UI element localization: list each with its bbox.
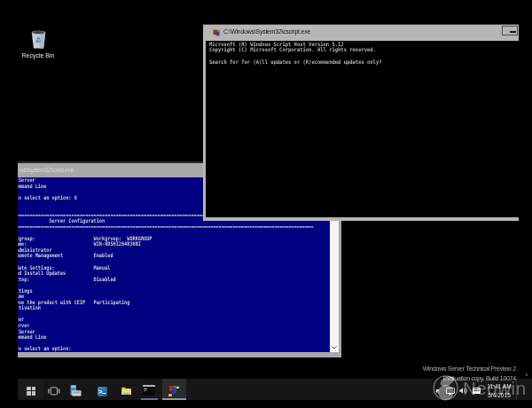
file-explorer-icon[interactable] xyxy=(121,386,131,396)
cscript-title-bar[interactable]: C:\Windows\System32\cscript.exe xyxy=(203,25,519,41)
mouse-cursor xyxy=(436,389,440,393)
taskbar-clock[interactable]: 11:41 AM 5/4/2015 xyxy=(484,382,514,398)
script-host-icon[interactable] xyxy=(168,385,182,397)
command-prompt-icon[interactable] xyxy=(143,385,156,396)
cmd-title-text: ws\system32\cmd.exe xyxy=(20,167,74,173)
minimize-button[interactable] xyxy=(502,26,519,35)
cscript-window: C:\Windows\System32\cscript.exe Microsof… xyxy=(203,24,519,221)
recycle-bin-label: Recycle Bin xyxy=(18,52,59,59)
letterbox-left xyxy=(0,0,18,408)
start-windows-logo-icon[interactable] xyxy=(27,387,36,396)
cmd-scroll-down-button[interactable] xyxy=(330,343,339,352)
recycle-bin-icon xyxy=(30,29,47,51)
build-watermark: Windows Server Technical Preview 2 Evalu… xyxy=(409,364,516,383)
task-view-icon[interactable] xyxy=(48,387,60,396)
show-desktop-divider[interactable] xyxy=(516,379,517,399)
recycle-bin-shortcut[interactable]: Recycle Bin xyxy=(18,27,59,63)
clock-date: 5/4/2015 xyxy=(484,391,514,399)
cscript-title-text: C:\Windows\System32\cscript.exe xyxy=(223,28,310,35)
chevron-down-icon xyxy=(332,346,337,349)
server-manager-icon[interactable] xyxy=(70,385,82,396)
minimize-icon xyxy=(510,31,516,33)
desktop[interactable]: Recycle Bin Windows Server Technical Pre… xyxy=(0,0,532,408)
clock-time: 11:41 AM xyxy=(484,382,514,390)
network-icon[interactable] xyxy=(446,388,455,394)
powershell-icon[interactable]: > xyxy=(98,387,108,396)
action-center-icon[interactable] xyxy=(473,388,481,394)
script-window-icon xyxy=(213,29,221,37)
neowin-registered-mark xyxy=(526,373,528,375)
watermark-line2: Evaluation copy. Build 10074 xyxy=(422,373,515,383)
cscript-console[interactable]: Microsoft (R) Windows Script Host Versio… xyxy=(206,41,520,218)
watermark-line1: Windows Server Technical Preview 2 xyxy=(422,364,515,373)
letterbox-bottom xyxy=(0,400,532,408)
volume-icon[interactable] xyxy=(459,388,470,394)
